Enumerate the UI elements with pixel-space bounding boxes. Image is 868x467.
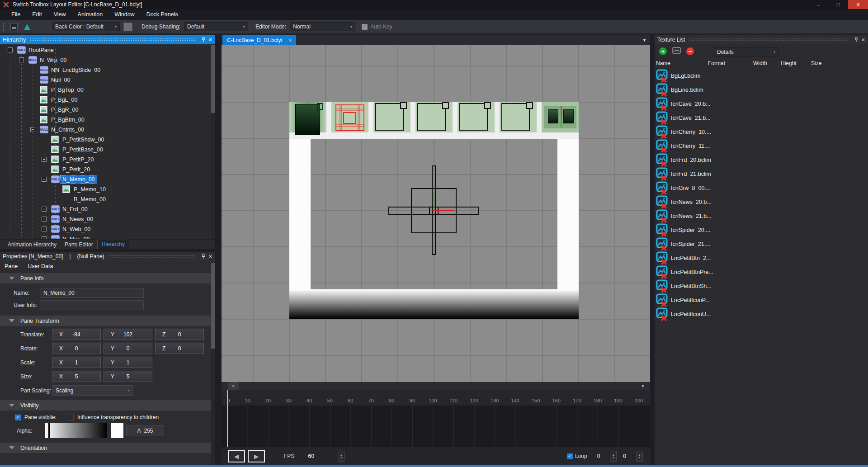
transform-field-x[interactable]: X5 <box>52 371 101 382</box>
loop-end-spinner[interactable]: ▲▼ <box>636 451 643 462</box>
close-icon[interactable]: ✕ <box>208 38 212 42</box>
tree-node-RootPane[interactable]: −NULLRootPane <box>0 45 211 55</box>
influence-transparency-checkbox[interactable] <box>68 415 74 420</box>
section-pane-transform[interactable]: Pane Transform <box>0 316 211 326</box>
column-hieght[interactable]: Hieght <box>781 60 811 66</box>
texture-item[interactable]: IcnCherry_11.... <box>655 139 868 153</box>
menu-view[interactable]: View <box>48 11 72 18</box>
view-mode-dropdown[interactable]: Details ▾ <box>714 47 778 57</box>
expand-icon[interactable]: + <box>42 157 47 162</box>
tree-node-B_Memo_00[interactable]: B_Memo_00 <box>0 194 211 204</box>
close-button[interactable]: ✕ <box>848 0 868 9</box>
alpha-value-field[interactable]: A 255 <box>126 425 164 436</box>
tab-user-data[interactable]: User Data <box>28 263 53 269</box>
texture-item[interactable]: LncPetitBtnPre... <box>655 265 868 279</box>
transform-field-z[interactable]: Z0 <box>155 343 204 354</box>
tree-node-P_BgBtm_00[interactable]: P_BgBtm_00 <box>0 115 211 125</box>
tree-node-N_Frd_00[interactable]: +NULLN_Frd_00 <box>0 204 211 214</box>
timeline-ruler[interactable]: 0102030405060708090100110120130140150160… <box>222 390 650 406</box>
tree-node-P_BgL_00[interactable]: P_BgL_00 <box>0 95 211 105</box>
pin-icon[interactable] <box>201 37 206 42</box>
texture-item[interactable]: IcnFrd_21.bclim <box>655 167 868 181</box>
column-name[interactable]: Name <box>656 60 708 66</box>
pane-visible-checkbox[interactable]: ✓ <box>15 415 21 420</box>
texture-item[interactable]: IcnGrw_8_00.... <box>655 181 868 195</box>
timeline-close-tab[interactable]: × <box>228 382 239 390</box>
texture-item[interactable]: LncPetitBtn_2... <box>655 251 868 265</box>
texture-item[interactable]: IcnCave_20.b... <box>655 97 868 111</box>
play-button[interactable]: ▶ <box>248 450 265 462</box>
timeline-tracks[interactable] <box>222 406 650 447</box>
texture-item[interactable]: IcnCave_21.b... <box>655 111 868 125</box>
prev-frame-button[interactable]: ◀ <box>228 450 245 462</box>
tree-node-P_PetitShdw_00[interactable]: P_PetitShdw_00 <box>0 135 211 145</box>
texture-item[interactable]: BgLine.bclim <box>655 83 868 97</box>
transform-field-z[interactable]: Z0 <box>155 329 204 340</box>
collapse-icon[interactable]: − <box>30 127 35 132</box>
debug-shading-dropdown[interactable]: Default ▾ <box>184 22 248 31</box>
transform-field-x[interactable]: X1 <box>52 357 101 368</box>
name-input[interactable]: N_Memo_00 <box>40 288 144 298</box>
menu-dock-panels[interactable]: Dock Panels <box>141 11 184 18</box>
texture-tile-plain[interactable] <box>500 102 537 132</box>
texture-tile-grid[interactable] <box>331 102 368 132</box>
texture-item[interactable]: IcnNews_20.b... <box>655 195 868 209</box>
expand-icon[interactable]: + <box>42 217 47 222</box>
user-info-input[interactable] <box>40 300 144 310</box>
back-color-dropdown[interactable]: Back Color : Default ▾ <box>52 22 120 31</box>
alpha-color-swatch[interactable] <box>111 423 123 438</box>
fps-spinner[interactable]: ▲▼ <box>338 451 344 462</box>
tree-node-N_News_00[interactable]: +NULLN_News_00 <box>0 214 211 224</box>
column-width[interactable]: Width <box>753 60 781 66</box>
column-format[interactable]: Format <box>708 60 753 66</box>
hierarchy-scrollbar[interactable] <box>211 44 215 239</box>
tree-node-P_PetitP_20[interactable]: +P_PetitP_20 <box>0 155 211 165</box>
loop-checkbox[interactable]: ✓ <box>567 453 573 459</box>
transform-field-x[interactable]: X0 <box>52 343 101 354</box>
tab-pane[interactable]: Pane <box>5 263 18 269</box>
tree-node-P_Memo_10[interactable]: P_Memo_10 <box>0 184 211 194</box>
tab-list-dropdown-icon[interactable]: ▼ <box>642 38 646 42</box>
pin-icon[interactable] <box>201 254 206 259</box>
texture-tile-double[interactable] <box>542 102 579 132</box>
timeline-dropdown-icon[interactable]: ▼ <box>641 384 645 388</box>
texture-item[interactable]: LncPetitBtnSh... <box>655 279 868 293</box>
tree-node-N_Web_00[interactable]: +NULLN_Web_00 <box>0 224 211 234</box>
playhead[interactable] <box>227 390 228 447</box>
texture-item[interactable]: LncPetitIconU... <box>655 307 868 321</box>
section-orientation[interactable]: Orientation <box>0 443 211 453</box>
x-axis-gizmo[interactable] <box>434 210 454 211</box>
alpha-slider-handle[interactable] <box>48 423 50 438</box>
layout-viewport[interactable] <box>222 45 650 382</box>
tab-animation-hierarchy[interactable]: Animation Hierarchy <box>4 241 61 249</box>
collapse-icon[interactable]: − <box>19 57 24 62</box>
auto-key-checkbox[interactable]: ✓ <box>362 24 368 30</box>
transform-field-y[interactable]: Y0 <box>104 343 152 354</box>
texture-item[interactable]: IcnCherry_10.... <box>655 125 868 139</box>
editor-mode-dropdown[interactable]: Normal ▾ <box>290 22 355 31</box>
pin-icon[interactable] <box>854 37 859 42</box>
texture-item[interactable]: IcnFrd_20.bclim <box>655 153 868 167</box>
y-axis-gizmo[interactable] <box>434 193 434 211</box>
section-visibility[interactable]: Visibilty <box>0 400 211 410</box>
tree-node-Null_00[interactable]: NULLNull_00 <box>0 75 211 85</box>
document-tab[interactable]: C-LncBase_D_01.bclyt × <box>222 35 296 45</box>
transform-field-y[interactable]: Y102 <box>104 329 152 340</box>
transform-field-y[interactable]: Y1 <box>104 357 152 368</box>
loop-end-value[interactable]: 0 <box>623 453 626 459</box>
tab-parts-editor[interactable]: Parts Editor <box>61 241 97 249</box>
transform-field-x[interactable]: X-84 <box>52 329 101 340</box>
screen-icon[interactable] <box>10 23 18 30</box>
tree-node-P_BgTop_00[interactable]: P_BgTop_00 <box>0 85 211 95</box>
texture-tile-plain[interactable] <box>373 102 410 132</box>
tree-node-NN_LncBgSlide_00[interactable]: NULLNN_LncBgSlide_00 <box>0 65 211 75</box>
alpha-gradient-slider[interactable] <box>45 423 107 438</box>
texture-item[interactable]: IcnSpider_21.... <box>655 237 868 251</box>
tree-node-N_Mus_00[interactable]: +NULLN_Mus_00 <box>0 234 211 239</box>
transform-field-y[interactable]: Y5 <box>104 371 152 382</box>
texture-tile-plain[interactable] <box>415 102 453 132</box>
texture-item[interactable]: BgLgt.bclim <box>655 69 868 83</box>
tree-node-N_Wrp_00[interactable]: −NULLN_Wrp_00 <box>0 55 211 65</box>
loop-start-spinner[interactable]: ▲▼ <box>610 451 617 462</box>
image-icon[interactable] <box>672 47 681 55</box>
